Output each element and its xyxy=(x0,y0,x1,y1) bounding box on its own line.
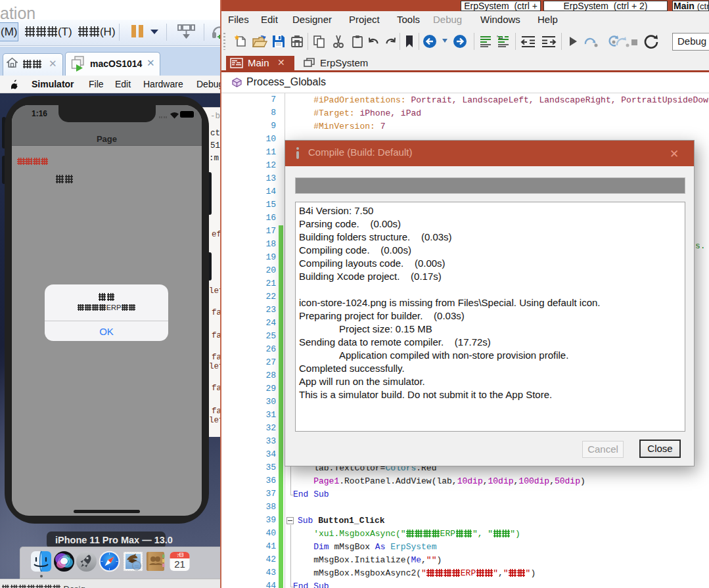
svg-text:'↵: '↵ xyxy=(497,35,503,42)
svg-text:21: 21 xyxy=(174,558,185,570)
svg-text:7: 7 xyxy=(177,553,179,558)
